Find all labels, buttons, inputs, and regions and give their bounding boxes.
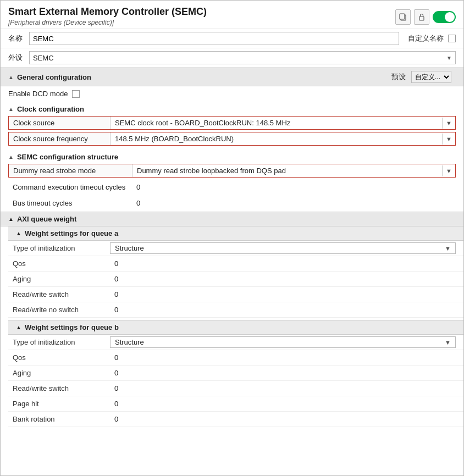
general-config-title: General configuration bbox=[17, 73, 91, 81]
clock-arrow[interactable]: ▲ bbox=[8, 106, 14, 112]
bus-timeout-field: Bus timeout cycles 0 bbox=[8, 196, 456, 211]
enable-dcd-label: Enable DCD mode bbox=[8, 90, 68, 98]
queue-b-bank-rotation-label: Bank rotation bbox=[8, 413, 110, 425]
queue-a-rw-no-switch-label: Read/write no switch bbox=[8, 304, 110, 316]
device-select[interactable]: SEMC ▼ bbox=[29, 51, 456, 64]
name-label: 名称 bbox=[8, 34, 25, 43]
queue-b-page-hit-label: Page hit bbox=[8, 398, 110, 409]
queue-a-section: ▲ Weight settings for queue a Type of in… bbox=[1, 226, 463, 318]
queue-b-arrow[interactable]: ▲ bbox=[16, 324, 21, 330]
bus-timeout-label: Bus timeout cycles bbox=[8, 198, 132, 208]
queue-b-aging-value: 0 bbox=[110, 367, 123, 379]
queue-b-qos-value: 0 bbox=[110, 352, 123, 363]
queue-b-type-init-value: Structure bbox=[115, 338, 443, 346]
clock-config-title: Clock configuration bbox=[17, 105, 84, 113]
name-input[interactable] bbox=[29, 32, 399, 45]
queue-a-title: Weight settings for queue a bbox=[25, 229, 118, 237]
copy-button[interactable] bbox=[395, 9, 411, 25]
queue-a-aging-label: Aging bbox=[8, 273, 110, 285]
main-container: Smart External Memory Controller (SEMC) … bbox=[0, 0, 464, 476]
semc-arrow[interactable]: ▲ bbox=[8, 154, 14, 160]
clock-freq-label: Clock source frequency bbox=[9, 132, 111, 145]
queue-a-aging-row: Aging 0 bbox=[8, 272, 463, 287]
cmd-timeout-value: 0 bbox=[132, 182, 145, 192]
semc-config-header: ▲ SEMC configuration structure bbox=[8, 150, 456, 164]
queue-b-type-init-select[interactable]: Structure ▼ bbox=[110, 336, 456, 348]
queue-a-rw-switch-label: Read/write switch bbox=[8, 289, 110, 300]
device-select-value: SEMC bbox=[33, 54, 446, 62]
clock-source-field: Clock source SEMC clock root - BOARD_Boo… bbox=[8, 116, 456, 130]
clock-source-label: Clock source bbox=[9, 117, 111, 129]
queue-b-rw-switch-row: Read/write switch 0 bbox=[8, 381, 463, 396]
bus-timeout-value: 0 bbox=[132, 198, 145, 208]
queue-b-qos-label: Qos bbox=[8, 352, 110, 363]
queue-a-rw-switch-row: Read/write switch 0 bbox=[8, 287, 463, 302]
queue-a-type-init-label: Type of initialization bbox=[8, 242, 110, 254]
clock-config-header: ▲ Clock configuration bbox=[8, 102, 456, 116]
header-left: Smart External Memory Controller (SEMC) … bbox=[8, 6, 207, 26]
queue-a-qos-value: 0 bbox=[110, 258, 123, 269]
cmd-timeout-label: Command execution timeout cycles bbox=[8, 182, 132, 192]
queue-a-type-init-arrow: ▼ bbox=[445, 245, 451, 252]
axi-arrow[interactable]: ▲ bbox=[8, 216, 14, 222]
semc-config-title: SEMC configuration structure bbox=[17, 153, 118, 161]
axi-title: AXI queue weight bbox=[17, 215, 76, 223]
subtitle: [Peripheral drivers (Device specific)] bbox=[8, 19, 207, 26]
queue-a-rw-no-switch-row: Read/write no switch 0 bbox=[8, 302, 463, 318]
queue-a-aging-value: 0 bbox=[110, 273, 123, 285]
clock-freq-arrow[interactable]: ▼ bbox=[442, 134, 455, 145]
queue-a-rw-switch-value: 0 bbox=[110, 289, 123, 300]
queue-a-type-init-row: Type of initialization Structure ▼ bbox=[8, 241, 463, 256]
queue-b-title: Weight settings for queue b bbox=[25, 323, 119, 331]
enable-toggle[interactable] bbox=[433, 11, 456, 23]
clock-freq-field: Clock source frequency 148.5 MHz (BOARD_… bbox=[8, 132, 456, 146]
dummy-read-field: Dummy read strobe mode Dummy read strobe… bbox=[8, 164, 456, 178]
queue-b-page-hit-row: Page hit 0 bbox=[8, 396, 463, 412]
header-right bbox=[395, 9, 456, 25]
queue-a-type-init-value: Structure bbox=[115, 244, 443, 252]
cmd-timeout-field: Command execution timeout cycles 0 bbox=[8, 180, 456, 195]
axi-header: ▲ AXI queue weight bbox=[1, 212, 463, 226]
queue-b-page-hit-value: 0 bbox=[110, 398, 123, 409]
queue-a-header: ▲ Weight settings for queue a bbox=[8, 226, 463, 241]
queue-b-rw-switch-label: Read/write switch bbox=[8, 383, 110, 394]
device-label: 外设 bbox=[8, 53, 25, 63]
queue-b-aging-label: Aging bbox=[8, 367, 110, 379]
custom-name-label: 自定义名称 bbox=[408, 34, 444, 43]
queue-b-qos-row: Qos 0 bbox=[8, 350, 463, 366]
custom-name-checkbox[interactable] bbox=[448, 35, 456, 42]
lock-button[interactable] bbox=[414, 9, 429, 25]
page-title: Smart External Memory Controller (SEMC) bbox=[8, 6, 207, 18]
enable-dcd-checkbox[interactable] bbox=[72, 90, 80, 98]
clock-source-value: SEMC clock root - BOARD_BootClockRUN: 14… bbox=[111, 117, 442, 129]
preset-label: 预设 bbox=[391, 72, 406, 82]
enable-dcd-row: Enable DCD mode bbox=[1, 86, 463, 101]
dummy-read-value: Dummy read strobe loopbacked from DQS pa… bbox=[132, 164, 442, 177]
preset-select[interactable]: 自定义... bbox=[411, 71, 451, 83]
queue-b-bank-rotation-value: 0 bbox=[110, 413, 123, 425]
queue-a-qos-label: Qos bbox=[8, 258, 110, 269]
queue-b-rw-switch-value: 0 bbox=[110, 383, 123, 394]
queue-a-rw-no-switch-value: 0 bbox=[110, 304, 123, 316]
svg-rect-1 bbox=[400, 14, 405, 19]
general-arrow[interactable]: ▲ bbox=[8, 74, 14, 80]
clock-source-arrow[interactable]: ▼ bbox=[442, 118, 455, 129]
queue-a-qos-row: Qos 0 bbox=[8, 256, 463, 272]
queue-b-header: ▲ Weight settings for queue b bbox=[8, 320, 463, 335]
general-config-header: ▲ General configuration 预设 自定义... bbox=[1, 68, 463, 86]
queue-b-bank-rotation-row: Bank rotation 0 bbox=[8, 412, 463, 427]
header: Smart External Memory Controller (SEMC) … bbox=[1, 1, 463, 29]
queue-a-arrow[interactable]: ▲ bbox=[16, 230, 21, 236]
dummy-read-label: Dummy read strobe mode bbox=[9, 164, 132, 177]
queue-b-section: ▲ Weight settings for queue b Type of in… bbox=[1, 320, 463, 427]
device-select-arrow: ▼ bbox=[446, 55, 452, 61]
queue-b-type-init-arrow: ▼ bbox=[445, 339, 451, 346]
clock-freq-value: 148.5 MHz (BOARD_BootClockRUN) bbox=[111, 132, 442, 145]
queue-b-type-init-row: Type of initialization Structure ▼ bbox=[8, 335, 463, 350]
queue-a-type-init-select[interactable]: Structure ▼ bbox=[110, 242, 456, 254]
svg-rect-2 bbox=[419, 16, 424, 20]
queue-b-type-init-label: Type of initialization bbox=[8, 336, 110, 348]
dummy-read-arrow[interactable]: ▼ bbox=[442, 165, 455, 176]
queue-b-aging-row: Aging 0 bbox=[8, 366, 463, 381]
